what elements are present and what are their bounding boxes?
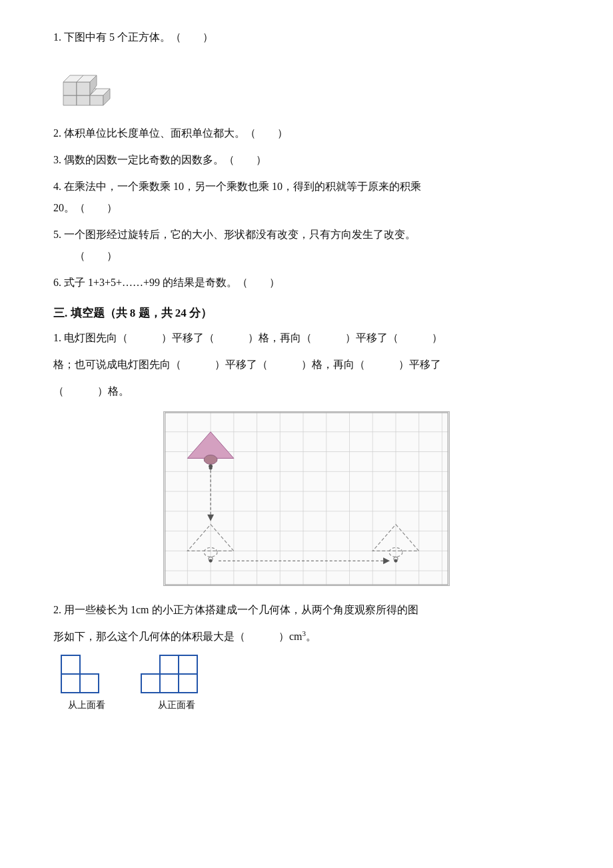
- svg-rect-56: [160, 655, 179, 674]
- q4-judgment: 4. 在乘法中，一个乘数乘 10，另一个乘数也乘 10，得到的积就等于原来的积乘…: [53, 176, 560, 219]
- judgment-section: 1. 下图中有 5 个正方体。（ ）: [53, 27, 560, 293]
- q3-judgment: 3. 偶数的因数一定比奇数的因数多。（ ）: [53, 149, 560, 171]
- section3-q1-line2: 格；也可说成电灯图先向（ ）平移了（ ）格，再向（ ）平移了: [53, 354, 560, 375]
- front-view-label: 从正面看: [140, 699, 213, 711]
- section3: 三. 填空题（共 8 题，共 24 分） 1. 电灯图先向（ ）平移了（ ）格，…: [53, 305, 560, 711]
- svg-marker-9: [63, 82, 77, 95]
- top-view-box: 从上面看: [60, 654, 113, 711]
- blank-1[interactable]: [128, 327, 161, 349]
- section3-q2-line2: 形如下，那么这个几何体的体积最大是（ ）cm3。: [53, 626, 560, 647]
- blank-3[interactable]: [312, 327, 345, 349]
- svg-rect-53: [61, 655, 80, 674]
- q5-judgment: 5. 一个图形经过旋转后，它的大小、形状都没有改变，只有方向发生了改变。 （ ）: [53, 224, 560, 267]
- svg-rect-54: [61, 674, 80, 693]
- top-view-label: 从上面看: [60, 699, 113, 711]
- blank-5[interactable]: [181, 354, 215, 375]
- blank-7[interactable]: [365, 354, 398, 375]
- blank-4[interactable]: [398, 327, 432, 349]
- svg-point-48: [209, 467, 213, 470]
- cubes-illustration: [60, 59, 120, 115]
- q6-judgment: 6. 式子 1+3+5+……+99 的结果是奇数。（ ）: [53, 272, 560, 293]
- translation-grid: [163, 411, 450, 586]
- grid-diagram-container: [53, 411, 560, 586]
- svg-marker-0: [63, 95, 77, 105]
- blank-2[interactable]: [215, 327, 248, 349]
- svg-rect-57: [179, 655, 197, 674]
- svg-point-49: [209, 559, 213, 563]
- svg-marker-3: [77, 95, 90, 105]
- svg-rect-58: [141, 674, 160, 693]
- svg-rect-59: [160, 674, 179, 693]
- view-diagrams-container: 从上面看 从正面看: [60, 654, 560, 711]
- section3-q2-line1: 2. 用一些棱长为 1cm 的小正方体搭建成一个几何体，从两个角度观察所得的图: [53, 599, 560, 621]
- section3-q1-line1: 1. 电灯图先向（ ）平移了（ ）格，再向（ ）平移了（ ）: [53, 327, 560, 349]
- blank-8[interactable]: [64, 381, 97, 402]
- blank-volume[interactable]: [245, 626, 279, 647]
- svg-rect-55: [80, 674, 99, 693]
- svg-marker-6: [90, 95, 103, 105]
- section3-q1-line3: （ ）格。: [53, 381, 560, 402]
- svg-point-50: [394, 559, 397, 563]
- q2-judgment: 2. 体积单位比长度单位、面积单位都大。（ ）: [53, 123, 560, 144]
- front-view-box: 从正面看: [140, 654, 213, 711]
- svg-point-38: [204, 455, 217, 465]
- q1-judgment: 1. 下图中有 5 个正方体。（ ）: [53, 27, 560, 48]
- section3-title: 三. 填空题（共 8 题，共 24 分）: [53, 305, 560, 321]
- svg-marker-12: [77, 82, 90, 95]
- svg-rect-60: [179, 674, 197, 693]
- blank-6[interactable]: [268, 354, 301, 375]
